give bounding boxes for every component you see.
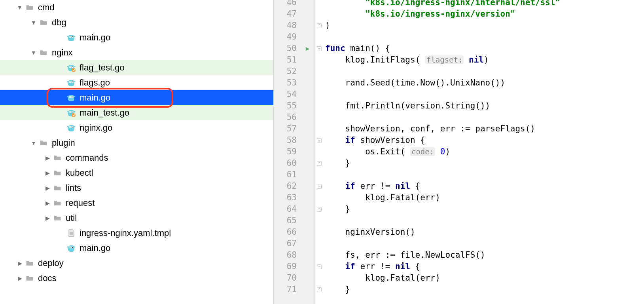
svg-rect-37	[68, 125, 74, 131]
code-line[interactable]: }	[325, 284, 644, 295]
tree-item-util[interactable]: ▶util	[0, 211, 273, 226]
fold-toggle-icon[interactable]: −	[315, 180, 324, 192]
line-number: 57	[274, 123, 297, 135]
code-line[interactable]	[325, 215, 644, 226]
line-number: 46	[274, 0, 297, 8]
code-line[interactable]: if showVersion {	[325, 135, 644, 146]
code-line[interactable]: "k8s.io/ingress-nginx/version"	[325, 8, 644, 20]
folder-icon	[25, 258, 35, 268]
chevron-right-icon[interactable]: ▶	[44, 215, 51, 221]
svg-point-34	[67, 111, 68, 112]
svg-point-5	[67, 36, 68, 37]
svg-point-47	[70, 247, 70, 248]
folder-icon	[38, 48, 49, 58]
tree-item-main-go[interactable]: ▶main.go	[0, 241, 273, 256]
code-line[interactable]: rand.Seed(time.Now().UnixNano())	[325, 77, 644, 89]
run-gutter-icon[interactable]: ▶	[301, 43, 314, 54]
project-tree[interactable]: ▼cmd▼dbg▶main.go▼nginx▶flag_test.go▶flag…	[0, 0, 274, 304]
code-line[interactable]: nginxVersion()	[325, 226, 644, 238]
tree-item-flags-go[interactable]: ▶flags.go	[0, 75, 273, 90]
line-number-gutter: 4647484950515253545556575859606162636465…	[274, 0, 301, 304]
fold-gutter[interactable]: ⌃−−⌃−⌃−⌃	[315, 0, 324, 304]
code-line[interactable]: os.Exit( code: 0)	[325, 146, 644, 158]
line-number: 52	[274, 66, 297, 77]
tree-item-label: kubectl	[66, 168, 93, 178]
svg-point-20	[67, 81, 68, 82]
code-line[interactable]: "k8s.io/ingress-nginx/internal/net/ssl"	[325, 0, 644, 8]
tree-item-request[interactable]: ▶request	[0, 196, 273, 211]
code-area[interactable]: "k8s.io/ingress-nginx/internal/net/ssl" …	[324, 0, 644, 304]
folder-icon	[38, 138, 49, 148]
code-editor[interactable]: 4647484950515253545556575859606162636465…	[274, 0, 644, 304]
svg-point-41	[72, 127, 73, 127]
code-line[interactable]: if err != nil {	[325, 180, 644, 192]
code-line[interactable]: fs, err := file.NewLocalFS()	[325, 249, 644, 261]
fold-toggle-icon[interactable]: −	[315, 43, 324, 54]
code-line[interactable]	[325, 169, 644, 180]
code-line[interactable]: showVersion, conf, err := parseFlags()	[325, 123, 644, 135]
chevron-down-icon[interactable]: ▼	[30, 140, 38, 146]
code-line[interactable]	[325, 66, 644, 77]
tree-item-main-go[interactable]: ▶main.go	[0, 90, 273, 105]
svg-rect-44	[68, 245, 74, 252]
code-line[interactable]: func main() {	[325, 43, 644, 54]
fold-toggle-icon[interactable]: −	[315, 135, 324, 146]
chevron-down-icon[interactable]: ▼	[30, 49, 38, 56]
chevron-right-icon[interactable]: ▶	[44, 170, 51, 176]
tree-item-lints[interactable]: ▶lints	[0, 180, 273, 196]
svg-point-3	[70, 36, 70, 37]
tree-item-cmd[interactable]: ▼cmd	[0, 0, 273, 15]
tree-item-commands[interactable]: ▶commands	[0, 150, 273, 165]
fold-end-icon[interactable]: ⌃	[315, 20, 324, 31]
chevron-right-icon[interactable]: ▶	[44, 185, 51, 191]
code-line[interactable]: }	[325, 203, 644, 215]
tree-item-docs[interactable]: ▶docs	[0, 271, 273, 286]
tree-item-dbg[interactable]: ▼dbg	[0, 15, 273, 30]
line-number: 50	[274, 43, 297, 54]
tree-item-deploy[interactable]: ▶deploy	[0, 256, 273, 271]
run-gutter[interactable]: ▶	[301, 0, 315, 304]
tree-item-label: main.go	[80, 93, 110, 103]
fold-end-icon[interactable]: ⌃	[315, 284, 324, 295]
code-line[interactable]	[325, 238, 644, 249]
tree-item-label: commands	[66, 153, 108, 163]
tree-item-main-test-go[interactable]: ▶main_test.go	[0, 105, 273, 120]
code-line[interactable]	[325, 112, 644, 123]
fold-end-icon[interactable]: ⌃	[315, 158, 324, 169]
tree-item-label: plugin	[52, 138, 75, 148]
svg-point-43	[74, 126, 76, 127]
chevron-right-icon[interactable]: ▶	[16, 260, 24, 266]
tree-item-nginx[interactable]: ▼nginx	[0, 45, 273, 60]
code-line[interactable]: fmt.Println(version.String())	[325, 100, 644, 112]
tree-item-plugin[interactable]: ▼plugin	[0, 135, 273, 150]
svg-point-27	[67, 96, 68, 97]
tree-item-nginx-go[interactable]: ▶nginx.go	[0, 120, 273, 135]
svg-point-13	[74, 66, 76, 67]
tree-item-flag-test-go[interactable]: ▶flag_test.go	[0, 60, 273, 75]
chevron-right-icon[interactable]: ▶	[16, 275, 24, 281]
tree-item-main-go[interactable]: ▶main.go	[0, 30, 273, 45]
chevron-down-icon[interactable]: ▼	[16, 4, 24, 11]
code-line[interactable]	[325, 89, 644, 100]
line-number: 68	[274, 249, 297, 261]
tree-item-kubectl[interactable]: ▶kubectl	[0, 165, 273, 180]
svg-rect-0	[68, 35, 74, 41]
code-line[interactable]: )	[325, 20, 644, 31]
code-line[interactable]: if err != nil {	[325, 261, 644, 272]
chevron-down-icon[interactable]: ▼	[30, 19, 38, 26]
tree-item-label: ingress-nginx.yaml.tmpl	[80, 228, 171, 238]
line-number: 69	[274, 261, 297, 272]
chevron-right-icon[interactable]: ▶	[44, 155, 51, 161]
code-line[interactable]	[325, 31, 644, 43]
tree-item-ingress-nginx-yaml-tmpl[interactable]: ▶ingress-nginx.yaml.tmpl	[0, 226, 273, 241]
code-line[interactable]: klog.InitFlags( flagset: nil)	[325, 54, 644, 66]
code-line[interactable]: klog.Fatal(err)	[325, 192, 644, 203]
svg-point-10	[70, 66, 70, 67]
fold-toggle-icon[interactable]: −	[315, 261, 324, 272]
svg-point-33	[72, 112, 73, 112]
line-number: 58	[274, 135, 297, 146]
code-line[interactable]: }	[325, 158, 644, 169]
code-line[interactable]: klog.Fatal(err)	[325, 272, 644, 284]
fold-end-icon[interactable]: ⌃	[315, 203, 324, 215]
chevron-right-icon[interactable]: ▶	[44, 200, 51, 206]
